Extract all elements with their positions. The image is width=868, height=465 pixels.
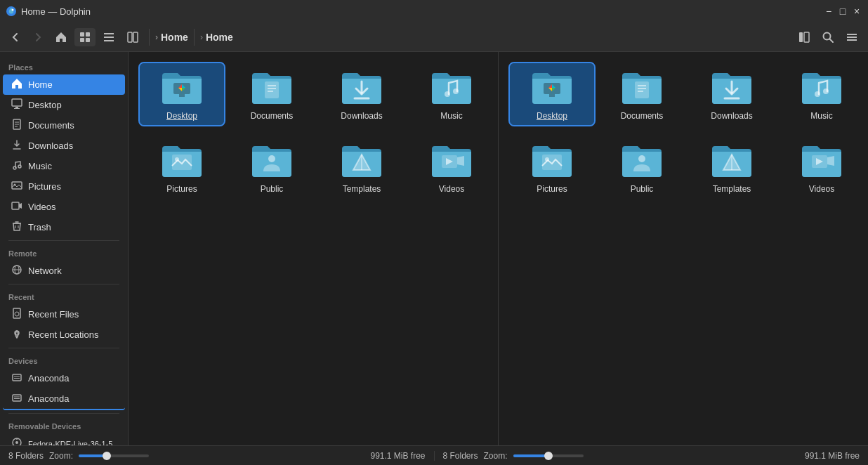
svg-rect-56: [265, 81, 279, 98]
sidebar-item-network[interactable]: Network: [3, 261, 125, 281]
svg-rect-28: [12, 182, 22, 189]
folder-item-music2[interactable]: Music: [780, 63, 864, 125]
sidebar-label-recent-locations: Recent Locations: [28, 329, 98, 340]
folder-name-downloads2: Downloads: [711, 111, 752, 121]
forward-button[interactable]: [28, 29, 48, 46]
svg-point-1: [12, 9, 14, 11]
main-area: Places Home Desktop Documents Downloads: [0, 52, 868, 445]
folder-name-templates2: Templates: [713, 184, 751, 194]
svg-rect-15: [847, 34, 857, 35]
svg-rect-4: [80, 38, 84, 42]
desktop-icon: [11, 98, 22, 112]
folder-item-music[interactable]: Music: [409, 63, 494, 125]
sidebar-item-trash[interactable]: Trash: [3, 217, 125, 237]
svg-rect-2: [80, 32, 84, 37]
maximize-button[interactable]: □: [837, 6, 848, 17]
sidebar-item-music[interactable]: Music: [3, 156, 125, 176]
sidebar-label-videos: Videos: [28, 202, 56, 212]
folder-item-pictures2[interactable]: Pictures: [510, 136, 594, 198]
folder-item-desktop[interactable]: Desktop: [140, 63, 224, 125]
svg-rect-18: [12, 99, 22, 106]
forward-icon: [32, 32, 44, 43]
hamburger-menu-button[interactable]: [841, 28, 862, 46]
sidebar-label-desktop: Desktop: [28, 100, 62, 110]
sidebar-item-downloads[interactable]: Downloads: [3, 136, 125, 156]
svg-line-14: [830, 39, 834, 42]
folder-name-music: Music: [440, 111, 462, 121]
sidebar-label-music: Music: [28, 161, 52, 171]
svg-rect-70: [549, 94, 555, 97]
folder-count-right: 8 Folders: [443, 451, 478, 461]
svg-rect-30: [12, 202, 19, 209]
search-button[interactable]: [817, 28, 839, 46]
sidebar-section-devices: Devices: [0, 351, 128, 368]
sidebar-item-desktop[interactable]: Desktop: [3, 95, 125, 115]
sidebar-item-anaconda2[interactable]: Anaconda: [3, 388, 125, 410]
folder-item-documents2[interactable]: Documents: [600, 63, 684, 125]
back-button[interactable]: [6, 29, 25, 46]
sidebar-item-anaconda1[interactable]: Anaconda: [3, 368, 125, 388]
folder-item-templates2[interactable]: Templates: [690, 136, 774, 198]
folder-item-public2[interactable]: Public: [600, 136, 684, 198]
folder-item-documents[interactable]: Documents: [230, 63, 314, 125]
sidebar-label-home: Home: [28, 79, 53, 90]
sidebar-item-recent-files[interactable]: Recent Files: [3, 304, 125, 325]
view-grid-icon: [79, 31, 91, 44]
folder-item-templates[interactable]: Templates: [320, 136, 404, 198]
folder-item-videos2[interactable]: Videos: [780, 136, 864, 198]
search-icon: [822, 31, 834, 44]
svg-rect-50: [179, 94, 185, 97]
folder-icon-music2: [799, 67, 844, 107]
folder-icon-downloads: [339, 67, 384, 107]
svg-rect-19: [15, 107, 18, 108]
folder-name-templates: Templates: [343, 184, 381, 194]
view-details-button[interactable]: [98, 28, 119, 46]
svg-point-26: [13, 166, 16, 169]
svg-point-81: [815, 91, 820, 97]
minimize-button[interactable]: −: [823, 6, 834, 17]
sidebar-divider-3: [8, 348, 119, 348]
sidebar-section-removable: Removable Devices: [0, 417, 128, 433]
folder-icon-desktop2: [530, 67, 574, 107]
zoom-slider-left[interactable]: [79, 454, 149, 457]
folder-name-public2: Public: [631, 184, 654, 194]
view-grid-button[interactable]: [74, 28, 96, 46]
svg-rect-20: [14, 108, 20, 109]
svg-rect-40: [13, 374, 21, 381]
free-space-right: 991.1 MiB free: [805, 451, 860, 461]
svg-rect-6: [104, 33, 114, 34]
folder-grid-right: Desktop Documents Downloads: [510, 63, 857, 198]
folder-icon-templates2: [709, 140, 754, 180]
folder-item-public[interactable]: Public: [230, 136, 314, 198]
sidebar-item-recent-locations[interactable]: Recent Locations: [3, 325, 125, 345]
zoom-label-left: Zoom:: [49, 451, 73, 461]
sidebar-item-videos[interactable]: Videos: [3, 197, 125, 217]
svg-rect-5: [86, 38, 90, 42]
sidebar-item-fedora[interactable]: Fedora-KDE-Live-36-1-5: [3, 433, 125, 445]
svg-rect-43: [13, 395, 21, 401]
folder-item-pictures[interactable]: Pictures: [140, 136, 224, 198]
folder-name-desktop2: Desktop: [537, 111, 567, 121]
sidebar-item-pictures[interactable]: Pictures: [3, 176, 125, 197]
menu-icon: [846, 31, 858, 44]
folder-item-downloads2[interactable]: Downloads: [690, 63, 774, 125]
app-icon: [6, 6, 17, 17]
folder-icon-desktop: [159, 67, 204, 107]
view-split-button[interactable]: [122, 28, 143, 46]
zoom-slider-right[interactable]: [513, 454, 584, 457]
close-button[interactable]: ×: [851, 6, 862, 17]
status-pane-left: 8 Folders Zoom: 991.1 MiB free: [0, 451, 434, 461]
music-icon: [11, 159, 22, 173]
folder-item-desktop2[interactable]: Desktop: [510, 63, 594, 125]
folder-name-documents: Documents: [251, 111, 294, 121]
panes-container: Desktop Documents Downloads: [129, 52, 868, 445]
sidebar-label-downloads: Downloads: [28, 140, 73, 151]
toggle-sidebar-button[interactable]: [794, 28, 815, 46]
sidebar-label-anaconda2: Anaconda: [28, 393, 70, 404]
folder-item-videos[interactable]: Videos: [409, 136, 494, 198]
folder-item-downloads[interactable]: Downloads: [320, 63, 404, 125]
home-button[interactable]: [51, 28, 72, 46]
sidebar-item-home[interactable]: Home: [3, 74, 125, 95]
toolbar-separator-2: [194, 29, 195, 46]
sidebar-item-documents[interactable]: Documents: [3, 115, 125, 136]
